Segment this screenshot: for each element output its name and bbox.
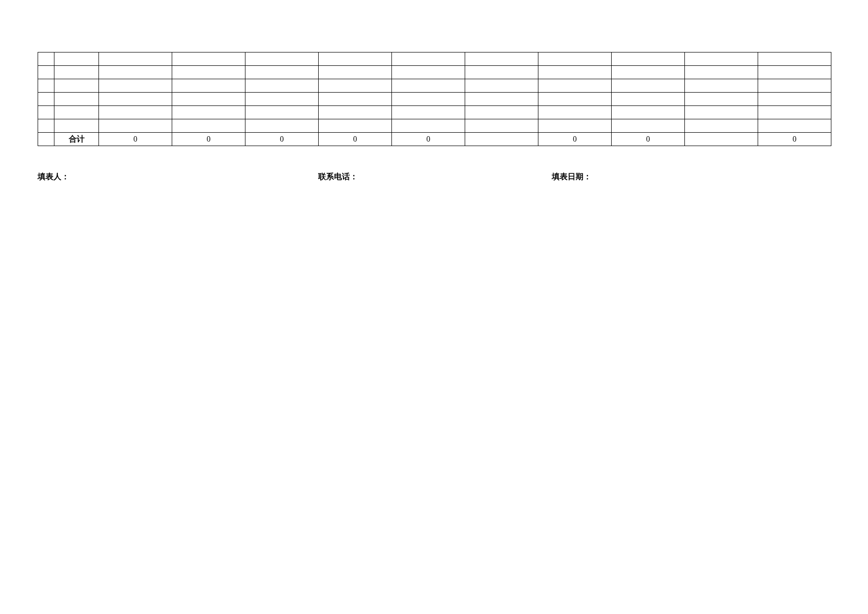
table-row — [38, 93, 831, 106]
table-cell — [245, 93, 319, 106]
table-row — [38, 106, 831, 119]
table-cell — [538, 93, 612, 106]
table-cell — [54, 52, 99, 66]
table-cell — [685, 93, 758, 106]
table-cell — [172, 66, 245, 79]
table-cell — [685, 106, 758, 119]
table-cell — [392, 119, 465, 133]
table-cell — [319, 93, 392, 106]
table-cell — [99, 106, 172, 119]
table-cell — [38, 52, 54, 66]
table-cell — [538, 119, 612, 133]
table-cell — [172, 52, 245, 66]
table-cell — [392, 93, 465, 106]
table-cell — [38, 133, 54, 146]
table-cell — [245, 66, 319, 79]
table-cell — [465, 106, 538, 119]
table-cell — [685, 133, 758, 146]
table-cell — [538, 66, 612, 79]
table-cell: 0 — [245, 133, 319, 146]
table-cell — [319, 66, 392, 79]
table-cell — [99, 79, 172, 93]
data-table-container: 合计 0 0 0 0 0 0 0 0 — [38, 52, 830, 146]
table-cell — [758, 79, 831, 93]
table-cell — [54, 119, 99, 133]
table-cell — [319, 52, 392, 66]
table-cell — [245, 106, 319, 119]
table-cell — [54, 79, 99, 93]
table-cell — [38, 119, 54, 133]
table-cell — [612, 52, 685, 66]
table-total-row: 合计 0 0 0 0 0 0 0 0 — [38, 133, 831, 146]
table-cell — [99, 66, 172, 79]
table-cell — [538, 106, 612, 119]
table-cell — [245, 119, 319, 133]
data-table: 合计 0 0 0 0 0 0 0 0 — [38, 52, 831, 146]
table-cell — [392, 52, 465, 66]
table-cell — [758, 52, 831, 66]
table-cell — [319, 79, 392, 93]
table-cell — [465, 93, 538, 106]
table-cell — [538, 52, 612, 66]
table-row — [38, 119, 831, 133]
table-cell — [99, 93, 172, 106]
table-cell: 0 — [99, 133, 172, 146]
table-cell — [758, 106, 831, 119]
table-cell — [612, 93, 685, 106]
table-cell — [758, 66, 831, 79]
table-cell — [54, 66, 99, 79]
table-cell: 0 — [758, 133, 831, 146]
table-cell — [685, 66, 758, 79]
table-cell — [172, 119, 245, 133]
date-label: 填表日期： — [552, 172, 591, 182]
table-cell — [685, 119, 758, 133]
table-cell: 0 — [172, 133, 245, 146]
table-cell — [612, 79, 685, 93]
table-cell — [99, 119, 172, 133]
table-cell — [465, 52, 538, 66]
table-cell: 0 — [392, 133, 465, 146]
table-cell — [172, 79, 245, 93]
table-cell — [685, 79, 758, 93]
table-cell: 0 — [538, 133, 612, 146]
table-cell: 0 — [319, 133, 392, 146]
table-cell — [612, 106, 685, 119]
table-cell — [392, 66, 465, 79]
table-cell — [99, 52, 172, 66]
table-cell — [612, 66, 685, 79]
table-row — [38, 66, 831, 79]
table-cell — [758, 93, 831, 106]
table-cell — [538, 79, 612, 93]
table-cell — [392, 106, 465, 119]
table-cell — [465, 119, 538, 133]
table-row — [38, 52, 831, 66]
phone-label: 联系电话： — [318, 172, 358, 182]
table-cell — [612, 119, 685, 133]
table-cell — [38, 66, 54, 79]
table-row — [38, 79, 831, 93]
table-cell — [245, 52, 319, 66]
table-cell — [319, 119, 392, 133]
table-cell — [38, 93, 54, 106]
table-cell — [465, 133, 538, 146]
table-cell — [38, 106, 54, 119]
table-cell — [245, 79, 319, 93]
table-cell — [38, 79, 54, 93]
table-cell — [172, 93, 245, 106]
table-cell — [54, 93, 99, 106]
table-cell — [172, 106, 245, 119]
table-cell — [319, 106, 392, 119]
table-cell — [465, 79, 538, 93]
table-cell — [465, 66, 538, 79]
filler-label: 填表人： — [38, 172, 69, 182]
table-cell — [685, 52, 758, 66]
table-cell — [54, 106, 99, 119]
table-cell — [758, 119, 831, 133]
table-cell: 0 — [612, 133, 685, 146]
total-label-cell: 合计 — [54, 133, 99, 146]
table-cell — [392, 79, 465, 93]
